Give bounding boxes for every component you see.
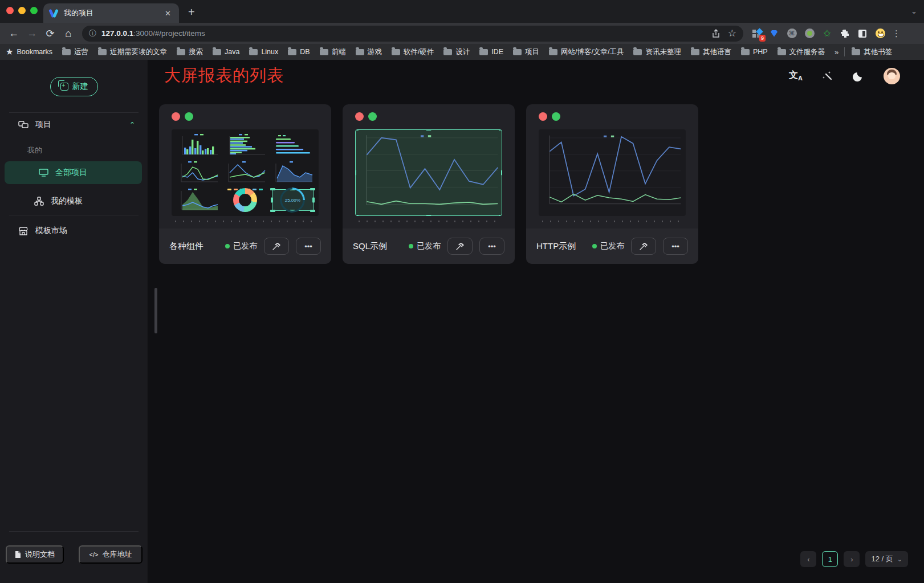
bookmark-folder[interactable]: 资讯未整理 [633,47,681,57]
bookmark-folder[interactable]: 其他语言 [691,47,731,57]
extension-emoji-icon[interactable] [875,28,885,39]
more-options-button[interactable]: ••• [296,238,321,255]
bookmarks-overflow-chevron[interactable]: » [835,48,838,56]
tab-strip: 我的项目 ✕ + ⌄ [0,0,924,23]
red-dot [355,112,364,121]
extension-badge: 9 [759,35,766,42]
extension-grid-icon[interactable]: 9 [751,28,762,39]
address-bar[interactable]: ⓘ 127.0.0.1:3000/#/project/items ☆ [82,26,743,42]
folder-icon [633,49,642,55]
site-info-icon[interactable]: ⓘ [89,28,96,39]
sidebar-item-project[interactable]: 项目 ⌃ [0,113,148,136]
mini-gauge-selected: 25.00% [270,187,315,213]
extension-gem-icon[interactable] [769,28,779,39]
bookmark-folder[interactable]: 前端 [320,47,346,57]
other-bookmarks[interactable]: 其他书签 [852,47,892,57]
bookmark-folder[interactable]: IDE [479,48,503,56]
bookmark-folder[interactable]: 运营 [62,47,88,57]
extensions-puzzle-icon[interactable] [840,28,850,39]
donut-ring [233,188,257,212]
sidebar: 新建 项目 ⌃ 我的 全部项目 我的模板 [0,60,148,583]
extension-command-icon[interactable]: ⌘ [787,28,797,39]
sidebar-item-my-templates[interactable]: 我的模板 [0,190,148,213]
mini-donut-chart [222,187,267,213]
scrollbar-thumb[interactable] [154,288,157,333]
extensions-area: 9 ⌘ ✩ [751,28,885,39]
bookmark-folder[interactable]: 文件服务器 [778,47,825,57]
dark-mode-moon-icon[interactable] [853,70,864,81]
bookmark-folder[interactable]: DB [288,48,310,56]
folder-icon [177,49,185,55]
extension-star-icon[interactable]: ✩ [822,28,832,39]
home-button[interactable]: ⌂ [59,27,78,40]
mini-line-chart [222,160,267,185]
current-page-button[interactable]: 1 [822,551,838,567]
project-card[interactable]: SQL示例 已发布 ••• [343,104,515,264]
next-page-button[interactable]: › [844,551,860,567]
tab-close-icon[interactable]: ✕ [162,9,173,18]
folder-icon [392,49,400,55]
bookmark-folder[interactable]: 搜索 [177,47,203,57]
folder-icon [62,49,71,55]
bookmark-folder[interactable]: 项目 [513,47,539,57]
repo-button[interactable]: </> 仓库地址 [79,545,143,564]
page-title: 大屏报表的列表 [164,64,284,87]
new-tab-button[interactable]: + [188,6,195,18]
bookmark-folder[interactable]: 网站/博客/文章/工具 [549,47,624,57]
bookmark-star-icon[interactable]: ☆ [728,27,736,39]
browser-tab[interactable]: 我的项目 ✕ [43,3,179,23]
prev-page-button[interactable]: ‹ [800,551,816,567]
browser-window: 我的项目 ✕ + ⌄ ← → ⟳ ⌂ ⓘ 127.0.0.1:3000/#/pr… [0,0,924,583]
extension-record-icon[interactable] [804,28,815,39]
bookmark-folder[interactable]: 近期需要读的文章 [98,47,167,57]
page-size-select[interactable]: 12 / 页 ⌄ [865,551,908,567]
line-chart [356,130,502,215]
user-avatar[interactable] [884,68,900,84]
red-dot [539,112,547,121]
edit-hammer-button[interactable] [264,238,289,255]
status-badge: 已发布 [409,241,441,251]
sidebar-item-template-market[interactable]: 模板市场 [0,219,148,242]
mini-line-chart [175,160,220,185]
chevron-down-icon: ⌄ [897,556,902,563]
bookmark-folder[interactable]: PHP [741,48,768,56]
document-icon [15,551,21,558]
goview-app: 新建 项目 ⌃ 我的 全部项目 我的模板 [0,60,924,583]
browser-menu-icon[interactable]: ⋮ [892,28,901,39]
forward-button[interactable]: → [23,27,41,39]
bookmark-folder[interactable]: 设计 [443,47,470,57]
project-card[interactable]: HTTP示例 已发布 ••• [526,104,698,264]
monitor-icon [39,169,48,177]
bookmark-folder[interactable]: 游戏 [356,47,382,57]
more-options-button[interactable]: ••• [479,238,504,255]
language-icon[interactable]: 文A [789,70,803,81]
sidebar-item-all-projects[interactable]: 全部项目 [5,161,142,184]
reload-button[interactable]: ⟳ [41,27,59,40]
tab-search-chevron-icon[interactable]: ⌄ [911,7,917,15]
share-icon[interactable] [712,29,720,38]
magic-wand-icon[interactable] [822,70,833,81]
bookmark-folder[interactable]: 软件/硬件 [392,47,434,57]
zoom-window-button[interactable] [30,7,38,14]
folder-icon [249,49,258,55]
more-options-button[interactable]: ••• [663,238,688,255]
folder-icon [513,49,522,55]
bookmark-folder[interactable]: Linux [249,48,278,56]
project-card[interactable]: 25.00% 各种组件 已发布 [159,104,331,264]
folder-icon [98,49,107,55]
edit-hammer-button[interactable] [447,238,473,255]
edit-hammer-button[interactable] [631,238,656,255]
bookmarks-manager[interactable]: ★Bookmarks [6,47,52,57]
traffic-lights [6,7,38,14]
back-button[interactable]: ← [5,27,23,39]
tab-title: 我的项目 [64,8,162,18]
status-dot [409,244,413,248]
docs-button[interactable]: 说明文档 [6,545,64,564]
chevron-up-icon[interactable]: ⌃ [129,121,135,129]
new-project-button[interactable]: 新建 [50,77,98,96]
close-window-button[interactable] [6,7,14,14]
extension-darkreader-icon[interactable] [857,28,868,39]
green-dot [552,112,560,121]
minimize-window-button[interactable] [18,7,26,14]
bookmark-folder[interactable]: Java [213,48,239,56]
